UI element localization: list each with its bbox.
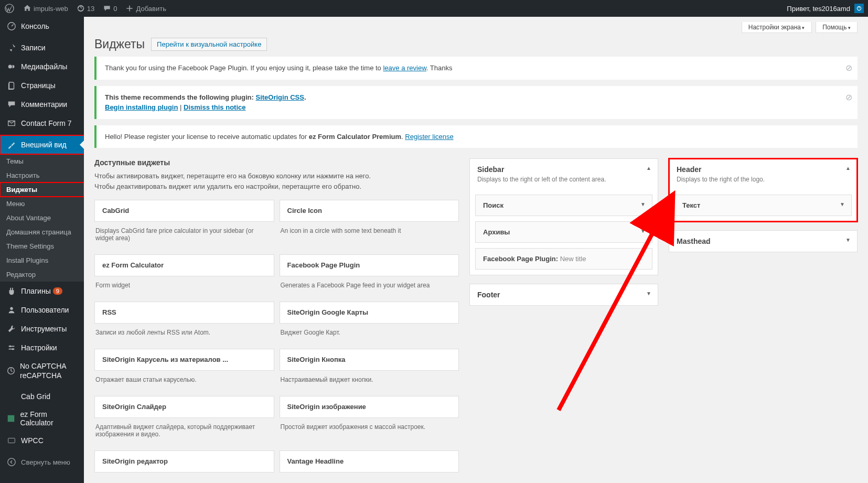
- footer-area: Footer ▼: [469, 284, 658, 306]
- widget-desc: Настраиваемый виджет кнопки.: [280, 371, 459, 385]
- menu-label: Плагины: [21, 287, 51, 295]
- chevron-down-icon[interactable]: ▼: [646, 291, 651, 296]
- submenu-editor[interactable]: Редактор: [0, 267, 84, 282]
- wpcc-icon: [6, 435, 17, 446]
- register-license-link[interactable]: Register license: [405, 133, 454, 141]
- widget-title: SiteOrigin изображение: [280, 396, 459, 417]
- chevron-down-icon[interactable]: ▼: [845, 237, 851, 243]
- available-widget[interactable]: CabGrid Displays CabGrid fare price calc…: [94, 200, 274, 244]
- widget-title: Circle Icon: [280, 200, 459, 221]
- chevron-up-icon[interactable]: ▲: [646, 165, 651, 171]
- menu-cf7[interactable]: Contact Form 7: [0, 114, 84, 133]
- begin-install-link[interactable]: Begin installing plugin: [105, 103, 178, 111]
- menu-ezform[interactable]: ez Form Calculator: [0, 406, 84, 431]
- widget-desc: Отражает ваши статьи каруселью.: [94, 371, 274, 385]
- area-desc: Displays to the right of the logo.: [677, 176, 850, 183]
- dashboard-icon: [6, 21, 17, 31]
- chevron-down-icon[interactable]: ▼: [840, 201, 845, 207]
- menu-recaptcha[interactable]: No CAPTCHA reCAPTCHA: [0, 357, 84, 384]
- update-icon: [77, 4, 85, 13]
- menu-settings[interactable]: Настройки: [0, 338, 84, 357]
- menu-pages[interactable]: Страницы: [0, 76, 84, 95]
- menu-label: Внешний вид: [21, 141, 67, 149]
- menu-wpcc[interactable]: WPCC: [0, 431, 84, 450]
- available-widget[interactable]: SiteOrigin изображение Простой виджет из…: [280, 396, 459, 440]
- add-new-link[interactable]: Добавить: [121, 0, 170, 17]
- widget-title: ez Form Calculator: [95, 255, 274, 276]
- available-widget[interactable]: SiteOrigin Google Карты Виджет Google Ка…: [280, 302, 459, 338]
- widget-title: SiteOrigin редактор: [95, 451, 274, 472]
- submenu-themes[interactable]: Темы: [0, 154, 84, 168]
- widget-item-text[interactable]: Текст ▼: [674, 195, 852, 216]
- widget-item-search[interactable]: Поиск ▼: [475, 195, 652, 216]
- collapse-menu[interactable]: Свернуть меню: [0, 453, 84, 471]
- menu-label: Медиафайлы: [21, 62, 67, 71]
- available-widget[interactable]: SiteOrigin Слайдер Адаптивный виджет сла…: [94, 396, 274, 440]
- chevron-down-icon[interactable]: ▼: [640, 228, 646, 234]
- chevron-down-icon[interactable]: ▼: [640, 201, 646, 207]
- menu-plugins[interactable]: Плагины 9: [0, 282, 84, 300]
- widget-item-archives[interactable]: Архивы ▼: [475, 221, 652, 243]
- menu-comments[interactable]: Комментарии: [0, 95, 84, 114]
- masthead-header[interactable]: Masthead ▼: [669, 231, 857, 252]
- menu-media[interactable]: Медиафайлы: [0, 57, 84, 76]
- available-widget[interactable]: RSS Записи из любой ленты RSS или Atom.: [94, 302, 274, 338]
- header-area-header[interactable]: Header Displays to the right of the logo…: [669, 159, 857, 189]
- menu-cabgrid[interactable]: Cab Grid: [0, 387, 84, 406]
- submenu-install-plugins[interactable]: Install Plugins: [0, 253, 84, 267]
- svg-point-5: [10, 307, 13, 310]
- dismiss-icon[interactable]: ⊘: [845, 91, 852, 104]
- widget-item-fb-plugin[interactable]: Facebook Page Plugin: New title: [475, 248, 652, 270]
- available-widget[interactable]: Vantage Headline: [280, 450, 459, 480]
- menu-label: ez Form Calculator: [20, 410, 78, 427]
- widget-desc: Виджет Google Карт.: [280, 324, 459, 338]
- available-widget[interactable]: Circle Icon An icon in a circle with som…: [280, 200, 459, 244]
- masthead-area: Masthead ▼: [669, 230, 858, 252]
- available-widget[interactable]: SiteOrigin Карусель из материалов ... От…: [94, 349, 274, 385]
- submenu-menus[interactable]: Меню: [0, 197, 84, 211]
- siteorigin-css-link[interactable]: SiteOrigin CSS: [255, 93, 304, 101]
- collapse-label: Свернуть меню: [21, 458, 70, 466]
- sidebar-header[interactable]: Sidebar Displays to the right or left of…: [470, 159, 658, 189]
- greeting-label[interactable]: Привет, tes2016amd: [787, 5, 850, 13]
- widget-title: RSS: [95, 302, 274, 323]
- customize-button[interactable]: Перейти к визуальной настройке: [151, 38, 267, 51]
- menu-posts[interactable]: Записи: [0, 38, 84, 57]
- chevron-up-icon[interactable]: ▲: [845, 165, 851, 171]
- widget-title: SiteOrigin Карусель из материалов ...: [95, 349, 274, 370]
- comments-link[interactable]: 0: [99, 0, 121, 17]
- wp-logo[interactable]: [0, 0, 19, 17]
- available-widget[interactable]: Facebook Page Plugin Generates a Faceboo…: [280, 254, 459, 291]
- home-icon: [23, 4, 31, 13]
- help-tab[interactable]: Помощь: [816, 22, 858, 33]
- menu-users[interactable]: Пользователи: [0, 300, 84, 319]
- menu-label: Комментарии: [21, 100, 67, 109]
- comment-icon: [103, 4, 111, 13]
- dismiss-icon[interactable]: ⊘: [845, 62, 852, 74]
- sidebar-area: Sidebar Displays to the right or left of…: [469, 158, 658, 275]
- screen-options-tab[interactable]: Настройки экрана: [742, 22, 812, 33]
- menu-tools[interactable]: Инструменты: [0, 319, 84, 338]
- comments-count: 0: [113, 5, 117, 13]
- updates-link[interactable]: 13: [72, 0, 99, 17]
- footer-header[interactable]: Footer ▼: [470, 284, 658, 305]
- menu-dashboard[interactable]: Консоль: [0, 17, 84, 36]
- header-area: Header Displays to the right of the logo…: [669, 158, 858, 222]
- submenu-customize[interactable]: Настроить: [0, 168, 84, 183]
- power-icon[interactable]: [854, 4, 864, 13]
- submenu-widgets[interactable]: Виджеты: [0, 183, 84, 197]
- svg-point-7: [12, 348, 14, 350]
- available-widget[interactable]: SiteOrigin редактор: [94, 450, 274, 480]
- mail-icon: [6, 118, 17, 128]
- pin-icon: [6, 42, 17, 53]
- site-link[interactable]: impuls-web: [19, 0, 72, 17]
- available-widget[interactable]: ez Form Calculator Form widget: [94, 254, 274, 291]
- dismiss-notice-link[interactable]: Dismiss this notice: [184, 103, 245, 111]
- widget-desc: [94, 473, 274, 480]
- leave-review-link[interactable]: leave a review: [383, 64, 426, 72]
- available-widget[interactable]: SiteOrigin Кнопка Настраиваемый виджет к…: [280, 349, 459, 385]
- submenu-about-vantage[interactable]: About Vantage: [0, 211, 84, 225]
- submenu-homepage[interactable]: Домашняя страница: [0, 225, 84, 239]
- menu-appearance[interactable]: Внешний вид: [0, 135, 84, 154]
- submenu-theme-settings[interactable]: Theme Settings: [0, 239, 84, 253]
